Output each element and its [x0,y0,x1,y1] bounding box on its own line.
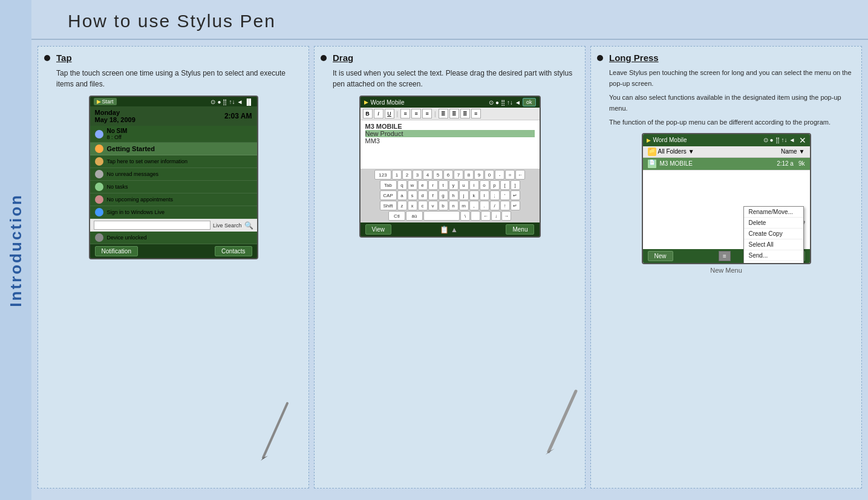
key-1[interactable]: 1 [392,170,402,180]
key-6[interactable]: 6 [443,170,453,180]
key-j[interactable]: j [459,190,469,200]
key-space[interactable] [423,211,460,221]
stylus-col1 [257,400,293,461]
phone2-list2[interactable]: ≣ [449,109,459,119]
key-3[interactable]: 3 [413,170,422,180]
key-shift-enter[interactable]: ↵ [511,201,520,210]
key-semicolon[interactable]: ; [490,190,500,200]
key-e[interactable]: e [418,180,428,190]
key-enter[interactable]: ↵ [511,190,520,200]
phone2-bold-btn[interactable]: B [363,109,373,119]
phone3-close-btn[interactable]: ✕ [799,135,806,145]
key-down[interactable]: ↓ [491,211,501,221]
key-8[interactable]: 8 [464,170,474,180]
phone2-ok-btn[interactable]: ok [523,98,536,106]
phone2-align-left[interactable]: ≡ [400,109,410,119]
key-ctl[interactable]: Ctl [388,211,405,221]
key-u[interactable]: u [459,180,469,190]
key-lbracket[interactable]: [ [500,180,510,190]
key-x[interactable]: x [408,201,417,210]
key-c[interactable]: c [418,201,428,210]
key-s[interactable]: s [408,190,417,200]
phone3-file-item[interactable]: 📄 M3 MOBILE 2:12 a 9k [643,158,810,170]
key-i[interactable]: i [469,180,479,190]
phone2-list3[interactable]: ≣ [460,109,470,119]
key-y[interactable]: y [449,180,458,190]
phone1-contacts-btn[interactable]: Contacts [215,246,252,256]
phone2-view-btn[interactable]: View [365,224,392,235]
phone2-align-center[interactable]: ≡ [411,109,421,119]
key-p[interactable]: p [490,180,500,190]
key-4[interactable]: 4 [423,170,432,180]
context-rename[interactable]: Rename/Move... [744,207,803,218]
key-slash[interactable]: / [490,201,500,210]
phone2-italic-btn[interactable]: I [374,109,383,119]
phone1-messages[interactable]: No unread messages [90,168,257,181]
key-backslash[interactable]: \ [460,211,470,221]
key-w[interactable]: w [408,180,417,190]
phone2-align-right[interactable]: ≡ [422,109,432,119]
key-5[interactable]: 5 [433,170,443,180]
phone1-appointments[interactable]: No upcoming appointments [90,193,257,206]
key-v[interactable]: v [428,201,438,210]
phone1-search-input[interactable] [94,221,210,230]
key-a[interactable]: a [397,190,407,200]
key-7[interactable]: 7 [454,170,463,180]
phone3-icon-btn[interactable]: ≡ [719,251,731,261]
longpress-bullet [597,55,603,61]
key-n[interactable]: n [449,201,458,210]
key-tab[interactable]: Tab [380,180,397,190]
key-shift[interactable]: Shift [380,201,397,210]
key-minus[interactable]: - [495,170,504,180]
context-send[interactable]: Send... [744,250,803,261]
context-select-all[interactable]: Select All [744,239,803,250]
context-beam[interactable]: Beam File... [744,261,803,264]
key-au[interactable]: áü [406,211,423,221]
key-cap[interactable]: CAP [380,190,397,200]
key-k[interactable]: k [469,190,479,200]
key-2[interactable]: 2 [402,170,412,180]
key-q[interactable]: q [397,180,407,190]
key-backspace[interactable]: ← [515,170,525,180]
phone2-keyboard[interactable]: 123 1 2 3 4 5 6 7 8 9 0 - = [361,169,540,222]
key-equals[interactable]: = [505,170,515,180]
key-h[interactable]: h [449,190,458,200]
phone1-tasks[interactable]: No tasks [90,181,257,193]
phone1-getting-started[interactable]: Getting Started [90,143,257,155]
key-123[interactable]: 123 [374,170,391,180]
phone2-menu-btn[interactable]: Menu [506,224,534,235]
phone3-new-btn[interactable]: New [648,251,673,261]
context-create-copy[interactable]: Create Copy [744,229,803,239]
key-quote[interactable]: ' [500,190,510,200]
key-up[interactable]: ↑ [500,201,510,210]
key-b[interactable]: b [439,201,448,210]
key-right[interactable]: → [501,211,511,221]
phone1-owner[interactable]: Tap here to set owner information [90,155,257,168]
key-0[interactable]: 0 [485,170,494,180]
phone3-context-menu: Rename/Move... Delete Create Copy Select… [743,206,804,264]
key-period[interactable]: . [480,201,489,210]
key-9[interactable]: 9 [474,170,484,180]
key-space2[interactable] [471,211,480,221]
key-r[interactable]: r [428,180,438,190]
key-o[interactable]: o [480,180,489,190]
phone1-notification-btn[interactable]: Notification [95,246,138,256]
context-delete[interactable]: Delete [744,218,803,229]
key-comma[interactable]: , [469,201,479,210]
key-left[interactable]: ← [481,211,491,221]
phone2-list1[interactable]: ≣ [439,109,448,119]
phone1-live[interactable]: Sign in to Windows Live [90,206,257,219]
tap-section-box: Tap Tap the touch screen one time using … [38,46,309,489]
key-f[interactable]: f [428,190,438,200]
phone1-start-btn[interactable]: ▶ Start [94,98,117,105]
key-m[interactable]: m [459,201,469,210]
key-rbracket[interactable]: ] [511,180,520,190]
key-d[interactable]: d [418,190,428,200]
key-g[interactable]: g [439,190,448,200]
key-l[interactable]: l [480,190,489,200]
key-z[interactable]: z [397,201,407,210]
key-t[interactable]: t [439,180,448,190]
key-row-zxcv: Shift z x c v b n m , . / ↑ ↵ [362,201,538,210]
phone2-list4[interactable]: ≡ [471,109,481,119]
phone2-underline-btn[interactable]: U [385,109,394,119]
